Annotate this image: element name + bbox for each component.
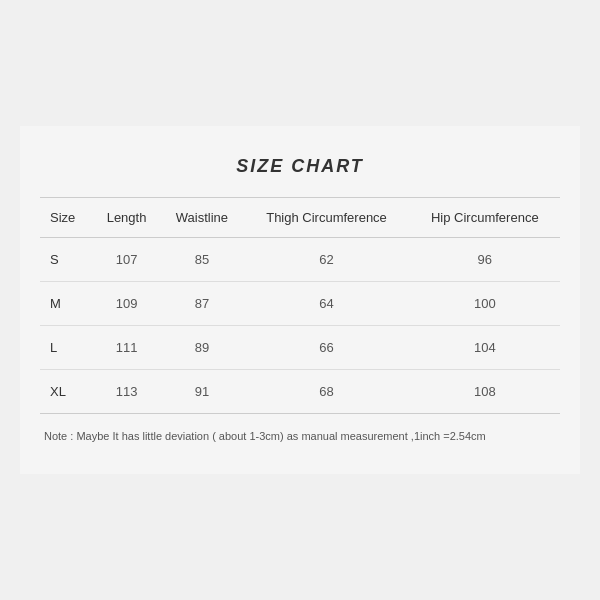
cell-waistline-L: 89 bbox=[160, 325, 243, 369]
cell-size-XL: XL bbox=[40, 369, 93, 413]
cell-size-M: M bbox=[40, 281, 93, 325]
cell-thigh-M: 64 bbox=[243, 281, 409, 325]
chart-title: SIZE CHART bbox=[40, 156, 560, 177]
col-header-waistline: Waistline bbox=[160, 197, 243, 237]
col-header-hip: Hip Circumference bbox=[410, 197, 560, 237]
cell-size-L: L bbox=[40, 325, 93, 369]
cell-waistline-S: 85 bbox=[160, 237, 243, 281]
cell-thigh-XL: 68 bbox=[243, 369, 409, 413]
cell-length-S: 107 bbox=[93, 237, 161, 281]
cell-length-M: 109 bbox=[93, 281, 161, 325]
cell-hip-L: 104 bbox=[410, 325, 560, 369]
table-row: L 111 89 66 104 bbox=[40, 325, 560, 369]
table-row: XL 113 91 68 108 bbox=[40, 369, 560, 413]
table-row: S 107 85 62 96 bbox=[40, 237, 560, 281]
cell-hip-M: 100 bbox=[410, 281, 560, 325]
cell-thigh-L: 66 bbox=[243, 325, 409, 369]
table-row: M 109 87 64 100 bbox=[40, 281, 560, 325]
col-header-thigh: Thigh Circumference bbox=[243, 197, 409, 237]
measurement-note: Note : Maybe It has little deviation ( a… bbox=[40, 428, 560, 445]
cell-hip-XL: 108 bbox=[410, 369, 560, 413]
col-header-size: Size bbox=[40, 197, 93, 237]
cell-waistline-XL: 91 bbox=[160, 369, 243, 413]
cell-thigh-S: 62 bbox=[243, 237, 409, 281]
table-header-row: Size Length Waistline Thigh Circumferenc… bbox=[40, 197, 560, 237]
cell-length-L: 111 bbox=[93, 325, 161, 369]
size-chart-container: SIZE CHART Size Length Waistline Thigh C… bbox=[20, 126, 580, 475]
cell-size-S: S bbox=[40, 237, 93, 281]
size-chart-table: Size Length Waistline Thigh Circumferenc… bbox=[40, 197, 560, 414]
col-header-length: Length bbox=[93, 197, 161, 237]
cell-length-XL: 113 bbox=[93, 369, 161, 413]
cell-hip-S: 96 bbox=[410, 237, 560, 281]
cell-waistline-M: 87 bbox=[160, 281, 243, 325]
